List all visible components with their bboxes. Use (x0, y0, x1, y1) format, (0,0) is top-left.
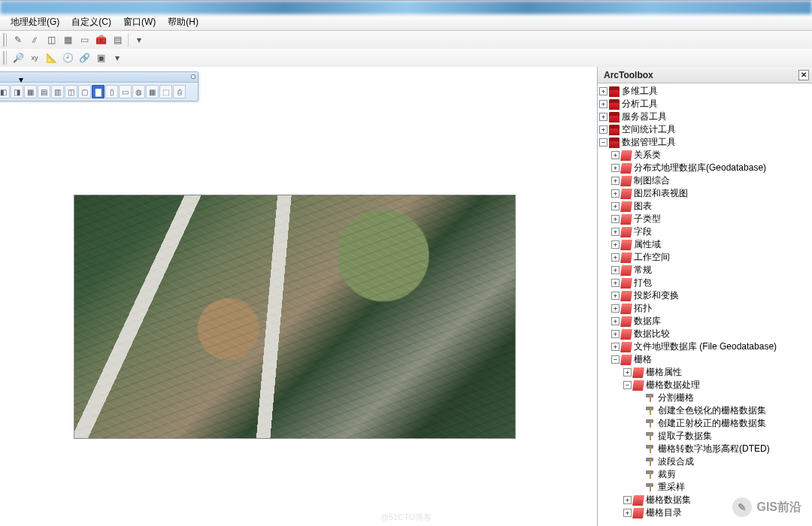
expand-icon[interactable]: + (599, 125, 607, 134)
tool-item[interactable]: 栅格转数字地形高程(DTED) (657, 443, 770, 455)
tree-item[interactable]: 多维工具 (621, 85, 658, 98)
tree-item[interactable]: 栅格目录 (645, 506, 682, 519)
collapse-icon[interactable]: − (623, 381, 632, 389)
tool-item[interactable]: 重采样 (657, 481, 685, 494)
arrow-down-icon[interactable]: ▾ (110, 50, 125, 65)
expand-icon[interactable]: + (623, 368, 632, 376)
expand-icon[interactable]: + (611, 279, 620, 287)
editor-btn-7[interactable]: ▢ (78, 85, 91, 98)
tree-item[interactable]: 属性域 (633, 238, 661, 251)
expand-icon[interactable]: + (599, 100, 607, 108)
editor-btn-13[interactable]: ⎙ (173, 85, 186, 98)
tool-edit-icon[interactable]: ✎ (11, 32, 26, 47)
tree-item[interactable]: 空间统计工具 (621, 123, 676, 136)
expand-icon[interactable]: + (611, 343, 620, 351)
tree-item[interactable]: 制图综合 (633, 174, 670, 187)
panel-close-button[interactable]: ✕ (798, 70, 809, 80)
panel-dropdown-icon[interactable]: ▾ (19, 74, 23, 79)
tree-item[interactable]: 文件地理数据库 (File Geodatabase) (633, 340, 777, 353)
expand-icon[interactable]: + (611, 164, 620, 172)
tool-dropdown[interactable]: ▾ (132, 32, 147, 47)
tool-window-icon[interactable]: ▭ (77, 32, 92, 47)
tree-item[interactable]: 关系类 (633, 149, 661, 162)
tree-item[interactable]: 服务器工具 (621, 110, 667, 123)
tool-item[interactable]: 分割栅格 (657, 391, 694, 404)
expand-icon[interactable]: + (611, 215, 620, 223)
toolbar-grip[interactable] (3, 51, 7, 65)
editor-btn-3[interactable]: ▦ (24, 85, 37, 98)
tool-item[interactable]: 创建正射校正的栅格数据集 (657, 417, 766, 430)
xy-icon[interactable]: xy (27, 50, 42, 65)
tree-item[interactable]: 拓扑 (633, 302, 652, 315)
editor-btn-selected[interactable]: ▇ (92, 85, 105, 98)
editor-btn-11[interactable]: ▦ (146, 85, 159, 98)
window-icon[interactable]: ▣ (93, 50, 108, 65)
expand-icon[interactable]: + (623, 496, 632, 504)
expand-icon[interactable]: + (611, 266, 620, 274)
expand-icon[interactable]: + (611, 228, 620, 236)
tool-python-icon[interactable]: ▤ (110, 32, 125, 47)
tree-item-data-management[interactable]: 数据管理工具 (621, 136, 676, 149)
tree-item[interactable]: 常规 (633, 264, 652, 277)
arctoolbox-title-bar[interactable]: ArcToolbox ✕ (598, 67, 812, 83)
expand-icon[interactable]: + (611, 330, 620, 338)
tool-toolbox-icon[interactable]: 🧰 (93, 32, 108, 47)
expand-icon[interactable]: + (611, 253, 620, 261)
floating-panel-titlebar[interactable]: ▾ (0, 72, 198, 83)
tree-item[interactable]: 图表 (633, 200, 652, 213)
tree-item[interactable]: 工作空间 (633, 251, 670, 264)
tool-layers-icon[interactable]: ▦ (60, 32, 75, 47)
arctoolbox-tree[interactable]: +多维工具 +分析工具 +服务器工具 +空间统计工具 −数据管理工具 +关系类 … (598, 83, 812, 526)
expand-icon[interactable]: + (623, 509, 632, 517)
find-icon[interactable]: 🔎 (11, 50, 26, 65)
tool-item[interactable]: 波段合成 (657, 455, 694, 468)
tree-item[interactable]: 栅格数据集 (645, 494, 691, 506)
expand-icon[interactable]: + (611, 189, 620, 198)
expand-icon[interactable]: + (611, 317, 620, 325)
time-icon[interactable]: 🕘 (60, 50, 75, 65)
menu-geoprocessing[interactable]: 地理处理(G) (5, 14, 65, 30)
map-canvas[interactable]: ▾ ◧ ◨ ▦ ▤ ▥ ◫ ▢ ▇ ▯ ▭ ◍ ▦ ⬚ ⎙ (0, 67, 597, 526)
editor-btn-1[interactable]: ◧ (0, 85, 10, 98)
expand-icon[interactable]: + (611, 177, 620, 185)
link-icon[interactable]: 🔗 (77, 50, 92, 65)
tool-item[interactable]: 创建全色锐化的栅格数据集 (657, 404, 766, 417)
editor-btn-10[interactable]: ◍ (132, 85, 145, 98)
tree-item[interactable]: 数据比较 (633, 328, 670, 340)
toolbar-grip[interactable] (3, 33, 7, 47)
editor-btn-6[interactable]: ◫ (65, 85, 77, 98)
tool-item[interactable]: 裁剪 (657, 468, 676, 481)
tree-item-raster[interactable]: 栅格 (633, 353, 652, 366)
tree-item[interactable]: 分析工具 (621, 98, 658, 110)
editor-btn-2[interactable]: ◨ (11, 85, 23, 98)
menu-help[interactable]: 帮助(H) (162, 14, 205, 30)
tree-item[interactable]: 图层和表视图 (633, 187, 688, 200)
menu-window[interactable]: 窗口(W) (117, 14, 162, 30)
editor-btn-4[interactable]: ▤ (38, 85, 50, 98)
tool-graph-icon[interactable]: ⫽ (27, 32, 42, 47)
satellite-image[interactable] (74, 195, 516, 439)
tool-item[interactable]: 提取子数据集 (657, 430, 712, 443)
collapse-icon[interactable]: − (611, 355, 620, 364)
expand-icon[interactable]: + (611, 202, 620, 210)
expand-icon[interactable]: + (611, 240, 620, 249)
expand-icon[interactable]: + (611, 304, 620, 313)
measure-icon[interactable]: 📐 (44, 50, 59, 65)
tool-select-icon[interactable]: ◫ (44, 32, 59, 47)
menu-customize[interactable]: 自定义(C) (65, 14, 117, 30)
tree-item[interactable]: 字段 (633, 225, 652, 238)
collapse-icon[interactable]: − (599, 138, 607, 147)
editor-btn-9[interactable]: ▭ (119, 85, 132, 98)
editor-btn-8[interactable]: ▯ (105, 85, 118, 98)
tree-item[interactable]: 栅格属性 (645, 366, 682, 379)
expand-icon[interactable]: + (599, 87, 607, 95)
expand-icon[interactable]: + (611, 292, 620, 300)
editor-floating-panel[interactable]: ▾ ◧ ◨ ▦ ▤ ▥ ◫ ▢ ▇ ▯ ▭ ◍ ▦ ⬚ ⎙ (0, 71, 198, 101)
tree-item[interactable]: 数据库 (633, 315, 661, 328)
tree-item-raster-processing[interactable]: 栅格数据处理 (645, 379, 700, 391)
tree-item[interactable]: 分布式地理数据库(Geodatabase) (633, 162, 766, 174)
panel-close-icon[interactable] (191, 74, 195, 79)
editor-btn-12[interactable]: ⬚ (159, 85, 172, 98)
expand-icon[interactable]: + (611, 151, 620, 159)
expand-icon[interactable]: + (599, 113, 607, 121)
